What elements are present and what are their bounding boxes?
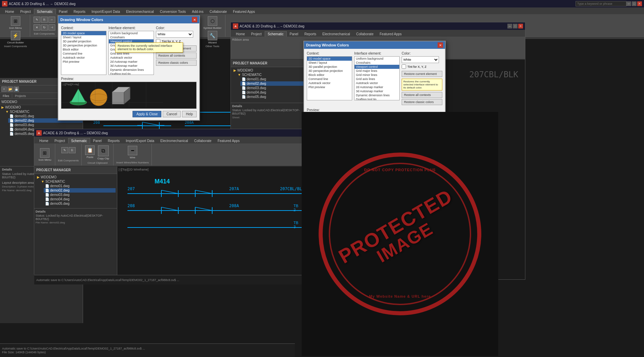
iface-item-8[interactable]: 2d Autosnap marker [109, 60, 154, 64]
w3-tab-panel[interactable]: Panel [90, 138, 105, 143]
ctx-item-2[interactable]: Sheet / layout [61, 35, 106, 39]
wizard-button[interactable]: 🔧 Wizard [207, 30, 218, 45]
tab-import-export[interactable]: Import/Export Data [88, 9, 123, 14]
delete-button[interactable]: ✕ [34, 24, 40, 31]
tab-projects[interactable]: Projects [12, 94, 29, 98]
w3-icon-menu-btn[interactable]: ⊞ Icon Menu [38, 147, 52, 162]
w3-tab-electromechanical[interactable]: Electromechanical [157, 138, 191, 143]
w2-tab-reports[interactable]: Reports [301, 31, 319, 37]
icon-menu-button[interactable]: ⊞ Icon Menu [8, 16, 22, 30]
d2-restore-current-btn[interactable]: Restore current element [402, 71, 442, 77]
dialog1-help-btn[interactable]: Help [182, 111, 197, 117]
minimize-button[interactable]: ─ [626, 1, 631, 6]
rotate-button[interactable]: ↻ [41, 24, 48, 31]
close-button[interactable]: ✕ [637, 1, 642, 6]
ctx-item-3[interactable]: 3D parallel projection [61, 39, 106, 43]
w3-tree-root[interactable]: ▶WDDEMO [36, 175, 116, 179]
w2-file4[interactable]: 📄 demo04.dwg [240, 90, 310, 95]
d2-ctx-1[interactable]: 2D model space [307, 57, 352, 61]
tab-conversion-tools[interactable]: Conversion Tools [157, 9, 189, 14]
w2-tab-electromechanical[interactable]: Electromechanical [319, 31, 353, 37]
w3-tab-schematic[interactable]: Schematic [68, 138, 90, 143]
dialog2-context-listbox[interactable]: 2D model space Sheet / layout 3D paralle… [307, 56, 352, 100]
w2-tab-schematic[interactable]: Schematic [265, 31, 287, 37]
edit-button[interactable]: ✎ [34, 17, 40, 23]
w3-wire-btn[interactable]: ━ Wire [127, 145, 138, 160]
window2-max-btn[interactable]: □ [513, 24, 518, 28]
d2-if-7[interactable]: Autotrack vector [355, 81, 399, 85]
w2-tree-schematic[interactable]: ▼SCHEMATIC [236, 73, 310, 77]
tab-project[interactable]: Project [17, 9, 34, 14]
w2-tab-home[interactable]: Home [233, 31, 248, 37]
dialog1-color-select[interactable]: White Black Red Yellow [156, 31, 193, 38]
w2-tab-featured-apps[interactable]: Featured Apps [377, 31, 405, 37]
ctx-item-8[interactable]: Plot preview [61, 60, 106, 64]
dialog1-apply-close-btn[interactable]: Apply & Close [133, 111, 161, 117]
panel-new-btn[interactable]: + [1, 86, 7, 92]
d2-ctx-6[interactable]: Command line [307, 77, 352, 81]
w3-tab-reports[interactable]: Reports [105, 138, 123, 143]
d2-restore-all-btn[interactable]: Restore all contexts [402, 92, 442, 98]
tab-home[interactable]: Home [2, 9, 17, 14]
window2-min-btn[interactable]: ─ [507, 24, 512, 28]
d2-ctx-5[interactable]: Block editor [307, 73, 352, 77]
ctx-item-4[interactable]: 3D perspective projection [61, 43, 106, 47]
dialog2-tint-checkbox[interactable] [402, 64, 406, 69]
search-input[interactable] [576, 1, 626, 6]
w3-copy-clip-btn[interactable]: ⧉ Copy Clip [96, 145, 110, 161]
w2-file3[interactable]: 📄 demo03.dwg [240, 86, 310, 90]
circuit-builder-button[interactable]: ⚡ Circuit Builder [6, 30, 25, 45]
window2-close-btn[interactable]: ✕ [518, 24, 523, 28]
move-button[interactable]: ↔ [48, 17, 55, 23]
iface-item-1[interactable]: Uniform background [109, 31, 154, 35]
w3-file1[interactable]: 📄 demo01.dwg [44, 184, 116, 188]
d2-if-10[interactable]: Dynamic dimension lines [355, 93, 399, 97]
ctx-item-7[interactable]: Autotrack vector [61, 56, 106, 60]
w3-tab-featured-apps[interactable]: Featured Apps [215, 138, 243, 143]
panel-save-btn[interactable]: 💾 [14, 86, 19, 92]
mirror-button[interactable]: ⊣ [48, 24, 55, 31]
copy-button[interactable]: ⎘ [41, 17, 48, 23]
w3-tab-project[interactable]: Project [52, 138, 68, 143]
restore-classic-btn[interactable]: Restore classic colors [156, 60, 197, 66]
dialog1-context-listbox[interactable]: 2D model space Sheet / layout 3D paralle… [61, 31, 106, 75]
tab-electromechanical[interactable]: Electromechanical [123, 9, 157, 14]
w2-tab-panel[interactable]: Panel [287, 31, 302, 37]
d2-if-3[interactable]: Viewport control [355, 65, 399, 69]
w3-copy-btn[interactable]: ⎘ [69, 147, 76, 153]
d2-if-9[interactable]: 3d Autosnap marker [355, 89, 399, 93]
d2-if-5[interactable]: Grid minor lines [355, 73, 399, 77]
iface-item-2[interactable]: Crosshairs [109, 35, 154, 39]
dialog1-cancel-btn[interactable]: Cancel [163, 111, 181, 117]
d2-if-1[interactable]: Uniform background [355, 57, 399, 61]
iface-item-11[interactable]: Drafting tool tip [109, 72, 154, 75]
restore-all-btn[interactable]: Restore all contexts [156, 53, 197, 59]
ctx-item-1[interactable]: 2D model space [61, 31, 106, 35]
w3-edit-btn[interactable]: ✎ [61, 147, 68, 153]
tab-files[interactable]: Files [0, 94, 12, 98]
dialog2-color-select[interactable]: White Black [402, 56, 439, 63]
w3-tab-home[interactable]: Home [36, 138, 52, 143]
tab-collaborate[interactable]: Collaborate [206, 9, 230, 14]
w3-file4[interactable]: 📄 demo04.dwg [44, 197, 116, 201]
symbol-builder-button[interactable]: ⬡ Symbol Builder [203, 16, 222, 30]
w2-file2[interactable]: 📄 demo02.dwg [240, 81, 310, 86]
d2-if-6[interactable]: Grid axis lines [355, 77, 399, 81]
w3-tree-schema[interactable]: ▼SCHEMATIC [40, 179, 116, 184]
w3-file3[interactable]: 📄 demo03.dwg [44, 193, 116, 197]
tab-schematic[interactable]: Schematic [34, 9, 56, 14]
d2-ctx-2[interactable]: Sheet / layout [307, 61, 352, 65]
dialog2-interface-listbox[interactable]: Uniform background Crosshairs Viewport c… [354, 56, 400, 100]
d2-ctx-7[interactable]: Autotrack vector [307, 81, 352, 85]
iface-item-10[interactable]: Dynamic dimension lines [109, 68, 154, 72]
iface-item-9[interactable]: 3d Autosnap marker [109, 64, 154, 68]
w2-file5[interactable]: 📄 demo05.dwg [240, 95, 310, 99]
tab-reports[interactable]: Reports [71, 9, 88, 14]
tab-featured-apps[interactable]: Featured Apps [230, 9, 258, 14]
ctx-item-6[interactable]: Command line [61, 52, 106, 56]
d2-if-4[interactable]: Grid major lines [355, 69, 399, 73]
d2-ctx-4[interactable]: 3D perspective projection [307, 69, 352, 73]
d2-restore-classic-btn[interactable]: Restore classic colors [402, 99, 442, 105]
panel-open-btn[interactable]: 📂 [7, 86, 13, 92]
dialog2-close-btn[interactable]: ✕ [438, 42, 443, 48]
